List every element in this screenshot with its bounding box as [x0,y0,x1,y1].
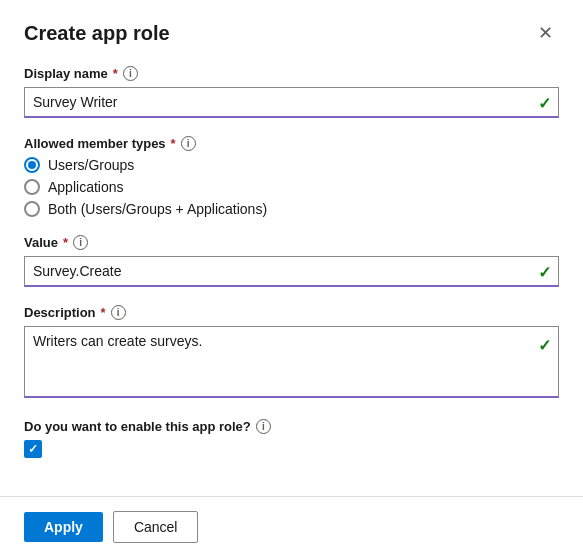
enable-info-icon[interactable]: i [256,419,271,434]
description-check-icon: ✓ [538,336,551,355]
description-required: * [101,305,106,320]
radio-group: Users/Groups Applications Both (Users/Gr… [24,157,559,217]
description-group: Description * i Writers can create surve… [24,305,559,401]
create-app-role-dialog: Create app role ✕ Display name * i ✓ All… [0,0,583,557]
radio-applications[interactable] [24,179,40,195]
dialog-body: Display name * i ✓ Allowed member types … [0,56,583,496]
allowed-member-types-group: Allowed member types * i Users/Groups Ap… [24,136,559,217]
close-icon: ✕ [538,22,553,44]
description-info-icon[interactable]: i [111,305,126,320]
display-name-info-icon[interactable]: i [123,66,138,81]
dialog-header: Create app role ✕ [0,0,583,56]
enable-checkbox[interactable] [24,440,42,458]
allowed-member-types-info-icon[interactable]: i [181,136,196,151]
description-textarea-wrapper: Writers can create surveys. ✓ [24,326,559,401]
display-name-check-icon: ✓ [538,93,551,112]
value-input-wrapper: ✓ [24,256,559,287]
close-button[interactable]: ✕ [532,20,559,46]
enable-label: Do you want to enable this app role? i [24,419,559,434]
apply-button[interactable]: Apply [24,512,103,542]
value-info-icon[interactable]: i [73,235,88,250]
enable-checkbox-group [24,440,559,458]
description-textarea[interactable]: Writers can create surveys. [24,326,559,398]
radio-option-applications[interactable]: Applications [24,179,559,195]
allowed-member-types-label: Allowed member types * i [24,136,559,151]
display-name-input-wrapper: ✓ [24,87,559,118]
value-check-icon: ✓ [538,262,551,281]
radio-option-both[interactable]: Both (Users/Groups + Applications) [24,201,559,217]
dialog-footer: Apply Cancel [0,496,583,557]
description-label: Description * i [24,305,559,320]
radio-both[interactable] [24,201,40,217]
display-name-group: Display name * i ✓ [24,66,559,118]
display-name-input[interactable] [24,87,559,118]
allowed-member-types-required: * [171,136,176,151]
radio-users[interactable] [24,157,40,173]
cancel-button[interactable]: Cancel [113,511,199,543]
value-group: Value * i ✓ [24,235,559,287]
value-input[interactable] [24,256,559,287]
radio-applications-label: Applications [48,179,124,195]
value-required: * [63,235,68,250]
value-label: Value * i [24,235,559,250]
enable-group: Do you want to enable this app role? i [24,419,559,458]
radio-option-users[interactable]: Users/Groups [24,157,559,173]
display-name-label: Display name * i [24,66,559,81]
radio-users-label: Users/Groups [48,157,134,173]
radio-both-label: Both (Users/Groups + Applications) [48,201,267,217]
dialog-title: Create app role [24,22,170,45]
display-name-required: * [113,66,118,81]
